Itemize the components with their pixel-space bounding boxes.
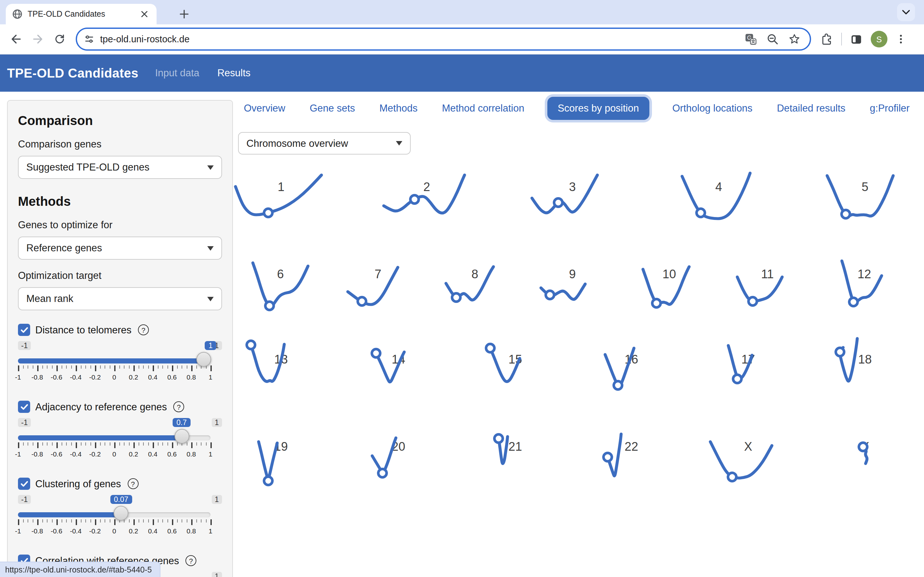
chromosome-chart-12[interactable]: 12 (816, 259, 913, 324)
zoom-out-icon[interactable] (766, 33, 779, 45)
chevron-down-icon (207, 165, 214, 169)
chromosome-chart-14[interactable]: 14 (351, 338, 447, 403)
extensions-puzzle-icon[interactable] (820, 32, 834, 46)
chromosome-chart-16[interactable]: 16 (583, 338, 680, 403)
slider-tick (148, 442, 149, 446)
nav-input-data[interactable]: Input data (155, 67, 199, 79)
browser-tab[interactable]: TPE-OLD Candidates (6, 4, 157, 24)
chromosome-chart-4[interactable]: 4 (670, 170, 767, 234)
url-text[interactable]: tpe-old.uni-rostock.de (100, 34, 744, 44)
tab-scores-by-position[interactable]: Scores by position (548, 97, 649, 120)
slider-value-badge: 0.7 (173, 418, 191, 427)
method-checkbox[interactable] (18, 478, 30, 490)
slider-tick (210, 519, 212, 525)
score-sparkline (670, 170, 767, 234)
bookmark-star-icon[interactable] (788, 33, 801, 45)
weight-slider[interactable]: -11-1-0.8-0.6-0.4-0.200.20.40.60.810.07 (18, 495, 222, 541)
method-label: Adjacency to reference genes (35, 401, 167, 413)
tab-ortholog-locations[interactable]: Ortholog locations (671, 97, 754, 120)
chromosome-chart-21[interactable]: 21 (467, 434, 564, 498)
chromosome-chart-22[interactable]: 22 (583, 434, 680, 498)
slider-tick (90, 366, 91, 369)
slider-value-badge: 0.07 (110, 495, 132, 504)
slider-handle[interactable] (113, 506, 128, 521)
comparison-genes-select[interactable]: Suggested TPE-OLD genes (18, 156, 222, 179)
slider-tick (124, 442, 124, 446)
chromosome-chart-20[interactable]: 20 (351, 434, 447, 498)
weight-slider[interactable]: -11-1-0.8-0.6-0.4-0.200.20.40.60.810.7 (18, 418, 222, 464)
profile-avatar[interactable]: S (871, 31, 887, 47)
method-checkbox[interactable] (18, 324, 30, 336)
chromosome-chart-Y[interactable]: Y (817, 434, 913, 498)
tab-detailed-results[interactable]: Detailed results (775, 97, 846, 120)
slider-handle[interactable] (174, 429, 189, 444)
comparison-genes-label: Comparison genes (18, 139, 222, 150)
slider-tick (172, 442, 173, 448)
score-sparkline (524, 170, 620, 234)
chromosome-chart-6[interactable]: 6 (232, 259, 328, 324)
slider-tick (57, 442, 57, 448)
side-panel-icon[interactable] (850, 32, 863, 46)
chromosome-chart-5[interactable]: 5 (817, 170, 913, 234)
tab-methods[interactable]: Methods (378, 97, 419, 120)
optimize-select[interactable]: Reference genes (18, 237, 222, 259)
nav-results[interactable]: Results (217, 67, 250, 79)
browser-menu-dots-icon[interactable] (895, 33, 907, 45)
chromosome-chart-15[interactable]: 15 (467, 338, 564, 403)
slider-tick (119, 366, 120, 369)
slider-tick (61, 519, 62, 522)
slider-tick (18, 366, 19, 371)
chromosome-chart-3[interactable]: 3 (524, 170, 620, 234)
candidate-marker (728, 473, 736, 481)
chromosome-chart-2[interactable]: 2 (379, 170, 475, 234)
slider-tick (153, 519, 153, 525)
slider-tick (86, 366, 86, 369)
score-sparkline (817, 338, 913, 403)
url-bar[interactable]: tpe-old.uni-rostock.de G (76, 27, 811, 51)
new-tab-button[interactable] (176, 6, 192, 23)
chromosome-chart-7[interactable]: 7 (330, 259, 426, 324)
chromosome-chart-9[interactable]: 9 (524, 259, 620, 324)
chromosome-chart-17[interactable]: 17 (700, 338, 796, 403)
chromosome-view-select[interactable]: Chromosome overview (238, 132, 411, 155)
slider-tick (27, 519, 28, 522)
tab-gene-sets[interactable]: Gene sets (309, 97, 356, 120)
help-icon[interactable]: ? (128, 478, 138, 489)
help-icon[interactable]: ? (173, 401, 184, 412)
method-checkbox[interactable] (18, 401, 30, 413)
help-icon[interactable]: ? (186, 555, 196, 566)
tab-overview[interactable]: Overview (242, 97, 286, 120)
tab-g-profiler[interactable]: g:Profiler (869, 97, 911, 120)
chromosome-chart-18[interactable]: 18 (817, 338, 913, 403)
candidate-marker (604, 453, 612, 461)
chromosome-chart-10[interactable]: 10 (621, 259, 717, 324)
chromosome-chart-8[interactable]: 8 (427, 259, 523, 324)
weight-slider[interactable]: -11-1-0.8-0.6-0.4-0.200.20.40.60.811 (18, 341, 222, 387)
slider-tick (42, 519, 43, 522)
slider-tick (186, 519, 187, 522)
app-brand[interactable]: TPE-OLD Candidates (7, 66, 138, 81)
slider-tick (32, 442, 33, 446)
method-sliders: Distance to telomeres?-11-1-0.8-0.6-0.4-… (18, 324, 222, 577)
chromosome-chart-11[interactable]: 11 (719, 259, 816, 324)
forward-button[interactable] (28, 29, 47, 49)
method-block: Adjacency to reference genes?-11-1-0.8-0… (18, 401, 222, 464)
reload-button[interactable] (50, 29, 69, 49)
tab-close-icon[interactable] (139, 8, 150, 20)
back-button[interactable] (6, 29, 26, 49)
slider-handle[interactable] (196, 352, 211, 367)
slider-tick (177, 366, 178, 369)
chromosome-chart-13[interactable]: 13 (233, 338, 329, 403)
chromosome-chart-X[interactable]: X (700, 434, 796, 498)
target-select[interactable]: Mean rank (18, 287, 222, 310)
slider-tick (138, 519, 139, 522)
tab-search-chevron-icon[interactable] (897, 3, 915, 21)
translate-icon[interactable]: G (744, 33, 757, 45)
chromosome-chart-19[interactable]: 19 (233, 434, 329, 498)
help-icon[interactable]: ? (138, 324, 149, 335)
tab-method-correlation[interactable]: Method correlation (441, 97, 525, 120)
score-sparkline (583, 338, 680, 403)
site-settings-tune-icon[interactable] (83, 33, 95, 45)
slider-max-label: 1 (212, 418, 222, 427)
chromosome-chart-1[interactable]: 1 (233, 170, 329, 234)
